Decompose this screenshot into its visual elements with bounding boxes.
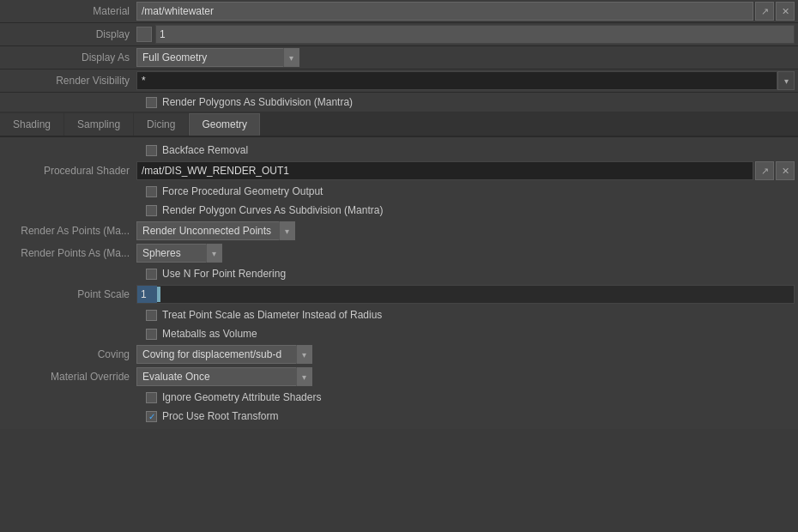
procedural-shader-value-container: ↗ ✕ <box>136 161 795 180</box>
coving-row: Coving Coving for displacement/sub-d ▾ <box>0 343 798 366</box>
ignore-geometry-row: Ignore Geometry Attribute Shaders <box>0 388 798 407</box>
tab-shading[interactable]: Shading <box>0 113 63 136</box>
tab-dicing[interactable]: Dicing <box>134 113 188 136</box>
tabs-bar: Shading Sampling Dicing Geometry <box>0 112 798 137</box>
display-slider[interactable]: 1 <box>155 25 795 44</box>
render-polygons-checkbox[interactable] <box>146 97 157 108</box>
procedural-shader-pick-icon[interactable]: ↗ <box>755 161 774 180</box>
coving-label: Coving <box>3 348 136 360</box>
render-polygons-label: Render Polygons As Subdivision (Mantra) <box>162 96 353 108</box>
point-scale-handle[interactable] <box>157 287 160 302</box>
material-override-label: Material Override <box>3 371 136 383</box>
render-polygon-curves-row: Render Polygon Curves As Subdivision (Ma… <box>0 201 798 220</box>
backface-label: Backface Removal <box>162 144 248 156</box>
material-row: Material ↗ ✕ <box>0 0 798 23</box>
metaballs-row: Metaballs as Volume <box>0 324 798 343</box>
coving-arrow-icon[interactable]: ▾ <box>296 345 311 364</box>
material-override-text: Evaluate Once <box>137 369 296 384</box>
material-override-select[interactable]: Evaluate Once ▾ <box>136 367 312 386</box>
render-points-as-label: Render Points As (Ma... <box>3 247 136 259</box>
display-color-box[interactable] <box>136 27 152 42</box>
material-input[interactable] <box>136 2 753 21</box>
render-as-points-label: Render As Points (Ma... <box>3 225 136 237</box>
display-slider-fill <box>156 26 794 43</box>
point-scale-label: Point Scale <box>3 288 136 300</box>
render-as-points-row: Render As Points (Ma... Render Unconnect… <box>0 220 798 242</box>
render-points-as-row: Render Points As (Ma... Spheres ▾ <box>0 242 798 264</box>
coving-select[interactable]: Coving for displacement/sub-d ▾ <box>136 345 312 364</box>
proc-use-root-check-icon: ✓ <box>148 412 155 421</box>
proc-use-root-label: Proc Use Root Transform <box>162 410 278 422</box>
use-n-row: Use N For Point Rendering <box>0 264 798 283</box>
render-polygons-row: Render Polygons As Subdivision (Mantra) <box>0 93 798 112</box>
tab-geometry[interactable]: Geometry <box>189 113 260 136</box>
procedural-shader-input[interactable] <box>136 161 753 180</box>
backface-row: Backface Removal <box>0 141 798 160</box>
treat-point-label: Treat Point Scale as Diameter Instead of… <box>162 309 382 321</box>
point-scale-value-container: 1 <box>136 285 795 304</box>
point-scale-row: Point Scale 1 <box>0 283 798 305</box>
coving-value-container: Coving for displacement/sub-d ▾ <box>136 345 312 364</box>
treat-point-checkbox[interactable] <box>146 310 157 321</box>
display-row: Display 1 <box>0 23 798 46</box>
ignore-geometry-label: Ignore Geometry Attribute Shaders <box>162 391 321 403</box>
display-value-container: 1 <box>136 25 795 44</box>
metaballs-label: Metaballs as Volume <box>162 328 257 340</box>
coving-text: Coving for displacement/sub-d <box>137 347 296 362</box>
render-as-points-arrow-icon[interactable]: ▾ <box>279 221 294 240</box>
proc-use-root-checkbox[interactable]: ✓ <box>146 411 157 422</box>
point-scale-value: 1 <box>141 285 147 304</box>
render-points-as-select[interactable]: Spheres ▾ <box>136 244 222 263</box>
display-as-row: Display As Full Geometry ▾ <box>0 46 798 70</box>
display-as-value-container: Full Geometry ▾ <box>136 48 795 67</box>
render-visibility-input[interactable] <box>136 71 777 90</box>
display-as-select[interactable]: Full Geometry ▾ <box>136 48 299 67</box>
display-as-arrow-icon[interactable]: ▾ <box>283 48 299 67</box>
material-label: Material <box>3 5 136 17</box>
geometry-content: Backface Removal Procedural Shader ↗ ✕ F… <box>0 137 798 429</box>
render-visibility-label: Render Visibility <box>3 75 136 87</box>
use-n-checkbox[interactable] <box>146 269 157 280</box>
render-polygon-curves-checkbox[interactable] <box>146 205 157 216</box>
render-points-as-arrow-icon[interactable]: ▾ <box>206 244 221 263</box>
material-link-icon[interactable]: ✕ <box>776 2 795 21</box>
material-value-container: ↗ ✕ <box>136 2 795 21</box>
render-polygon-curves-label: Render Polygon Curves As Subdivision (Ma… <box>162 204 383 216</box>
backface-checkbox[interactable] <box>146 145 157 156</box>
procedural-shader-label: Procedural Shader <box>3 165 136 177</box>
tab-sampling[interactable]: Sampling <box>64 113 133 136</box>
display-label: Display <box>3 28 136 40</box>
force-procedural-checkbox[interactable] <box>146 186 157 197</box>
display-as-text: Full Geometry <box>137 50 283 65</box>
display-num: 1 <box>160 28 166 40</box>
render-visibility-row: Render Visibility ▾ <box>0 70 798 93</box>
material-override-arrow-icon[interactable]: ▾ <box>296 367 311 386</box>
display-as-label: Display As <box>3 51 136 63</box>
force-procedural-label: Force Procedural Geometry Output <box>162 185 323 197</box>
ignore-geometry-checkbox[interactable] <box>146 392 157 403</box>
render-as-points-value-container: Render Unconnected Points ▾ <box>136 221 295 240</box>
use-n-label: Use N For Point Rendering <box>162 268 286 280</box>
point-scale-slider[interactable]: 1 <box>136 285 795 304</box>
procedural-shader-row: Procedural Shader ↗ ✕ <box>0 160 798 182</box>
metaballs-checkbox[interactable] <box>146 329 157 340</box>
treat-point-row: Treat Point Scale as Diameter Instead of… <box>0 305 798 324</box>
proc-use-root-row: ✓ Proc Use Root Transform <box>0 407 798 426</box>
procedural-shader-link-icon[interactable]: ✕ <box>776 161 795 180</box>
render-visibility-dropdown-icon[interactable]: ▾ <box>777 71 795 90</box>
material-pick-icon[interactable]: ↗ <box>755 2 774 21</box>
main-panel: Material ↗ ✕ Display 1 Display As Full G… <box>0 0 798 429</box>
render-visibility-value-container: ▾ <box>136 71 795 90</box>
material-override-value-container: Evaluate Once ▾ <box>136 367 312 386</box>
render-points-as-text: Spheres <box>137 245 206 261</box>
render-as-points-select[interactable]: Render Unconnected Points ▾ <box>136 221 295 240</box>
render-points-as-value-container: Spheres ▾ <box>136 244 222 263</box>
force-procedural-row: Force Procedural Geometry Output <box>0 182 798 201</box>
render-as-points-text: Render Unconnected Points <box>137 223 279 239</box>
material-override-row: Material Override Evaluate Once ▾ <box>0 366 798 388</box>
